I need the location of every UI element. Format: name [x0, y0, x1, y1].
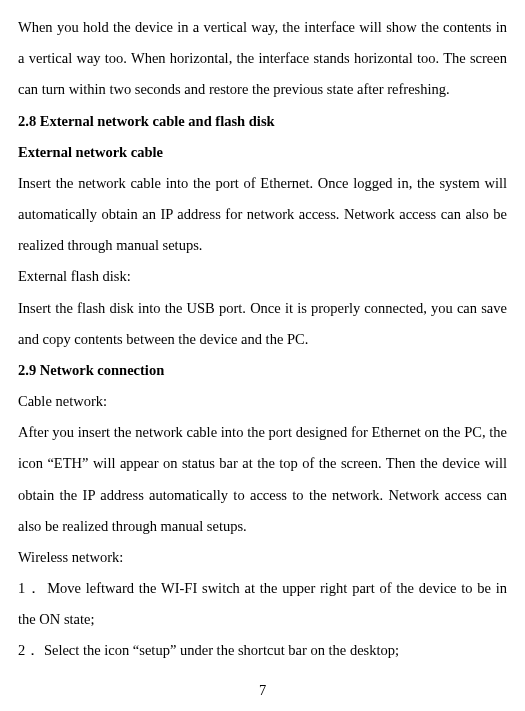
section-heading-2-8: 2.8 External network cable and flash dis… — [18, 106, 507, 137]
page-number: 7 — [0, 682, 525, 699]
body-paragraph: Insert the network cable into the port o… — [18, 168, 507, 262]
body-paragraph: External flash disk: — [18, 261, 507, 292]
body-paragraph: Wireless network: — [18, 542, 507, 573]
body-paragraph: Cable network: — [18, 386, 507, 417]
body-paragraph: 2． Select the icon “setup” under the sho… — [18, 635, 507, 666]
body-paragraph: When you hold the device in a vertical w… — [18, 12, 507, 106]
subheading-external-cable: External network cable — [18, 137, 507, 168]
document-page: When you hold the device in a vertical w… — [0, 0, 525, 711]
body-paragraph: After you insert the network cable into … — [18, 417, 507, 542]
body-paragraph: 1． Move leftward the WI-FI switch at the… — [18, 573, 507, 635]
section-heading-2-9: 2.9 Network connection — [18, 355, 507, 386]
body-paragraph: Insert the flash disk into the USB port.… — [18, 293, 507, 355]
